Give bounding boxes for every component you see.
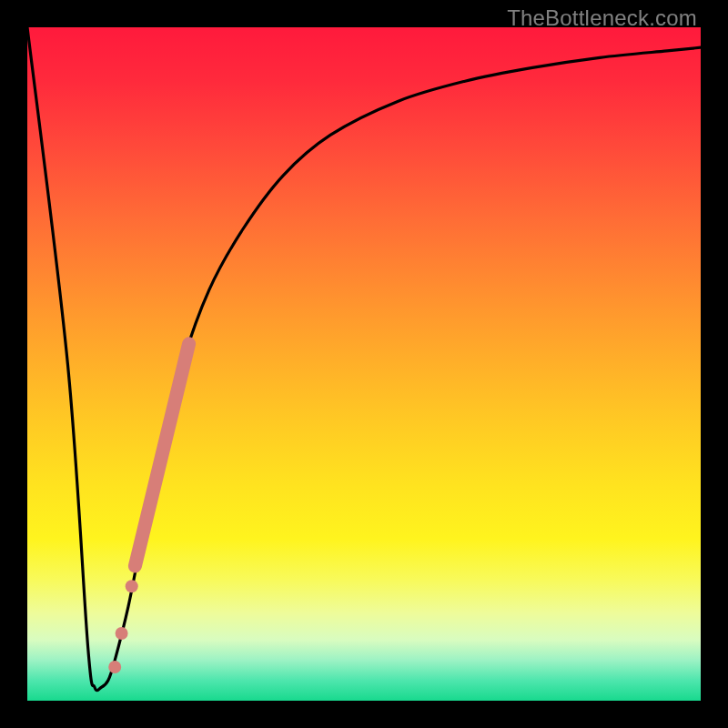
marker-dot: [126, 580, 138, 592]
overlap-segment: [135, 344, 188, 566]
plot-area: [27, 27, 701, 701]
chart-overlay: [27, 27, 701, 701]
highlight-layer: [135, 344, 188, 566]
chart-frame: TheBottleneck.com: [0, 0, 728, 728]
marker-dot: [132, 546, 145, 559]
marker-dot: [116, 627, 128, 640]
marker-dot: [108, 661, 121, 673]
